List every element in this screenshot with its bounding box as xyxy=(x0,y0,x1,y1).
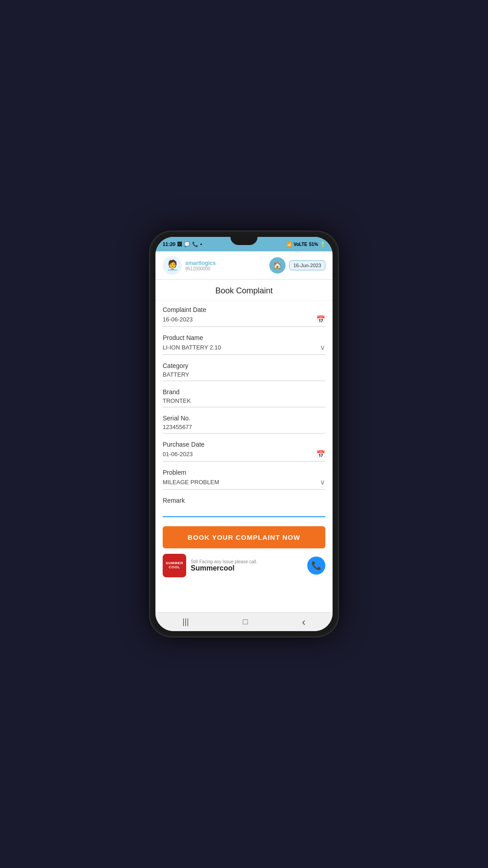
home-icon: 🏠 xyxy=(273,261,282,270)
problem-chevron-down-icon[interactable]: ∨ xyxy=(320,478,325,486)
nav-bar: ||| □ ‹ xyxy=(155,612,333,631)
dot-icon: • xyxy=(200,241,202,247)
product-name-value: LI-ION BATTERY 2.10 xyxy=(163,344,221,351)
summercool-logo-text: SUMMERCOOL xyxy=(166,561,183,570)
complaint-date-label: Complaint Date xyxy=(163,306,325,313)
main-content: Book Complaint Complaint Date 16-06-2023… xyxy=(155,280,333,612)
serial-no-value: 123455677 xyxy=(163,424,192,430)
purchase-calendar-icon[interactable]: 📅 xyxy=(316,450,325,458)
battery-label: 51% xyxy=(309,242,318,247)
book-complaint-button[interactable]: BOOK YOUR COMPLAINT NOW xyxy=(163,526,325,548)
call-button[interactable]: 📞 xyxy=(307,557,325,575)
category-value: BATTERY xyxy=(163,371,189,378)
status-time: 11:20 xyxy=(163,241,175,247)
problem-value: MILEAGE PROBLEM xyxy=(163,479,219,486)
whatsapp-icon: 💬 xyxy=(184,241,190,247)
serial-no-label: Serial No. xyxy=(163,415,325,422)
support-footer: SUMMERCOOL Still Facing any Issue please… xyxy=(163,554,325,577)
product-name-field: Product Name LI-ION BATTERY 2.10 ∨ xyxy=(163,329,325,357)
signal-label: VoLTE xyxy=(294,242,307,247)
purchase-date-label: Purchase Date xyxy=(163,441,325,448)
problem-label: Problem xyxy=(163,469,325,476)
app-header: 🧑‍💼 smartlogics 9512000000 🏠 16-Jun-2023 xyxy=(155,251,333,280)
complaint-date-value: 16-06-2023 xyxy=(163,316,193,323)
complaint-date-field: Complaint Date 16-06-2023 📅 xyxy=(163,301,325,329)
home-button[interactable]: 🏠 xyxy=(269,257,286,274)
support-text: Still Facing any Issue please call. xyxy=(191,559,303,564)
form-title: Book Complaint xyxy=(155,280,333,301)
chevron-down-icon[interactable]: ∨ xyxy=(320,343,325,352)
brand-field: Brand TRONTEK xyxy=(163,383,325,409)
user-phone: 9512000000 xyxy=(185,266,216,271)
product-name-label: Product Name xyxy=(163,334,325,341)
purchase-date-field: Purchase Date 01-06-2023 📅 xyxy=(163,435,325,463)
brand-value: TRONTEK xyxy=(163,397,191,404)
date-badge: 16-Jun-2023 xyxy=(289,260,325,270)
phone-icon: 📞 xyxy=(192,241,198,247)
category-label: Category xyxy=(163,362,325,369)
gallery-icon: 🖼 xyxy=(177,241,182,247)
remark-label: Remark xyxy=(163,497,325,504)
username: smartlogics xyxy=(185,260,216,266)
problem-field: Problem MILEAGE PROBLEM ∨ xyxy=(163,463,325,491)
brand-name: Summercool xyxy=(191,564,303,572)
wifi-icon: 📶 xyxy=(286,242,292,247)
summercool-logo: SUMMERCOOL xyxy=(163,554,186,577)
home-nav-button[interactable]: □ xyxy=(236,614,255,629)
brand-label: Brand xyxy=(163,388,325,396)
battery-icon: 🔋 xyxy=(320,242,325,247)
serial-no-field: Serial No. 123455677 xyxy=(163,409,325,435)
avatar: 🧑‍💼 xyxy=(163,256,182,275)
recent-apps-button[interactable]: ||| xyxy=(175,614,196,629)
remark-input[interactable] xyxy=(163,506,325,517)
form-body: Complaint Date 16-06-2023 📅 Product Name… xyxy=(155,301,333,519)
calendar-icon[interactable]: 📅 xyxy=(316,315,325,324)
purchase-date-value: 01-06-2023 xyxy=(163,451,193,458)
category-field: Category BATTERY xyxy=(163,357,325,383)
call-icon: 📞 xyxy=(311,561,321,571)
back-button[interactable]: ‹ xyxy=(295,613,313,631)
remark-field: Remark xyxy=(163,491,325,519)
